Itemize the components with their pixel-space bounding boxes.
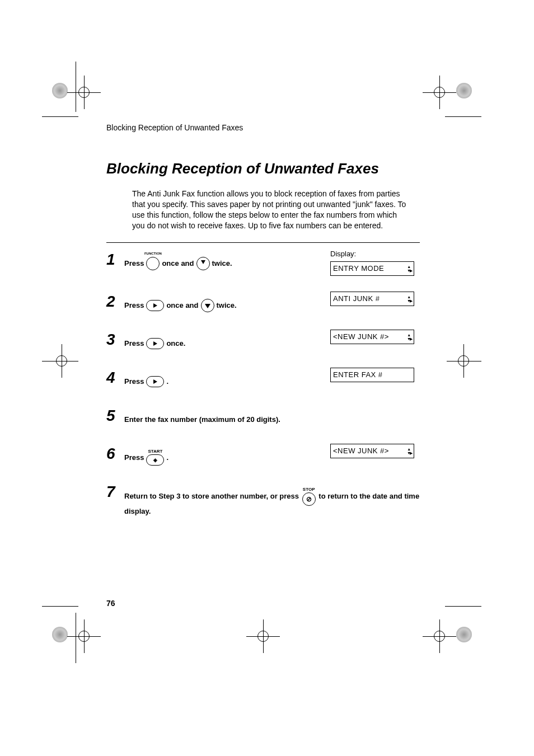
display-column: <NEW JUNK #>: [330, 444, 420, 458]
stop-glyph-icon: ⊘: [306, 496, 312, 503]
page-number: 76: [106, 599, 115, 608]
stop-circle-icon: ⊘: [302, 492, 316, 506]
crop-line-h-ml: [42, 361, 76, 361]
step-text: Enter the fax number (maximum of 20 digi…: [124, 415, 280, 424]
press-label: Press: [124, 259, 144, 267]
page-title: Blocking Reception of Unwanted Faxes: [106, 160, 420, 177]
lcd-text: ENTRY MODE: [333, 264, 384, 273]
press-label: Press: [124, 339, 144, 348]
crop-line-h-br: [445, 606, 481, 607]
reg-mark-bl: [67, 619, 101, 653]
diamond-icon: ◈: [153, 457, 157, 463]
text-twice: twice.: [212, 259, 232, 267]
lcd-arrows-icon: [407, 295, 411, 303]
down-arrow-button-icon: [196, 257, 210, 270]
step-number: 6: [106, 446, 124, 462]
display-label: Display:: [330, 250, 420, 258]
stop-label: STOP: [303, 487, 315, 492]
triangle-right-icon: [153, 303, 157, 308]
down-arrow-button-icon: [201, 299, 214, 312]
function-label: FUNCTION: [144, 252, 162, 255]
lcd-display: <NEW JUNK #>: [330, 330, 414, 344]
start-label: START: [148, 449, 162, 454]
lcd-arrows-icon: [407, 333, 411, 341]
display-column: ANTI JUNK #: [330, 292, 420, 306]
step-7: 7 Return to Step 3 to store another numb…: [106, 482, 420, 518]
crop-line-h-tr: [445, 116, 481, 117]
step-body: Press once and twice.: [124, 292, 330, 314]
intro-paragraph: The Anti Junk Fax function allows you to…: [132, 189, 406, 231]
lcd-display: ENTER FAX #: [330, 368, 414, 382]
crop-line-h-mr: [448, 361, 481, 361]
step-5: 5 Enter the fax number (maximum of 20 di…: [106, 406, 420, 428]
step-body: Return to Step 3 to store another number…: [124, 482, 420, 518]
crop-line-v-bl: [76, 613, 76, 663]
press-label: Press: [124, 377, 144, 386]
press-label: Press: [124, 301, 144, 309]
lcd-display: ANTI JUNK #: [330, 292, 414, 306]
right-arrow-button-icon: [146, 376, 164, 387]
triangle-right-icon: [153, 341, 157, 346]
steps-list: 1 Press FUNCTION once and twice. Display…: [106, 242, 420, 518]
reg-dot-tl: [52, 83, 68, 98]
step-4: 4 Press . ENTER FAX #: [106, 368, 420, 390]
step-body: Press START ◈ .: [124, 444, 330, 466]
step-body: Press once.: [124, 330, 330, 352]
step-number: 7: [106, 484, 124, 500]
step-number: 3: [106, 332, 124, 348]
lcd-display: ENTRY MODE: [330, 261, 414, 276]
step-body: Press FUNCTION once and twice.: [124, 250, 330, 272]
lcd-text: <NEW JUNK #>: [333, 447, 389, 455]
function-button-icon: FUNCTION: [146, 257, 160, 270]
start-button-icon: START ◈: [146, 449, 164, 466]
right-arrow-button-icon: [146, 338, 164, 349]
reg-mark-tl: [67, 76, 101, 109]
text-once-and: once and: [166, 301, 198, 309]
lcd-text: ENTER FAX #: [333, 370, 383, 379]
crop-line-h-tl: [42, 116, 78, 117]
triangle-down-icon: [205, 304, 210, 308]
reg-mark-tr: [423, 76, 456, 109]
step-6: 6 Press START ◈ . <NEW JUNK #>: [106, 444, 420, 466]
running-head: Blocking Reception of Unwanted Faxes: [106, 123, 420, 132]
crop-line-h-bl: [42, 606, 78, 607]
lcd-arrows-icon: [407, 265, 411, 273]
triangle-right-icon: [153, 379, 157, 384]
reg-dot-tr: [456, 83, 472, 98]
step-number: 5: [106, 408, 124, 424]
step-body: Enter the fax number (maximum of 20 digi…: [124, 406, 420, 428]
reg-mark-br: [423, 619, 456, 653]
step-2: 2 Press once and twice. ANTI JUNK #: [106, 292, 420, 314]
text-dot: .: [166, 453, 168, 462]
reg-mark-bm: [246, 619, 280, 653]
step-3: 3 Press once. <NEW JUNK #>: [106, 330, 420, 352]
text-once-and: once and: [162, 259, 194, 267]
lcd-display: <NEW JUNK #>: [330, 444, 414, 458]
step-1: 1 Press FUNCTION once and twice. Display…: [106, 250, 420, 276]
display-column: ENTER FAX #: [330, 368, 420, 382]
reg-dot-br: [456, 627, 472, 642]
step-body: Press .: [124, 368, 330, 390]
stop-button-icon: STOP ⊘: [302, 487, 316, 506]
step-number: 4: [106, 370, 124, 386]
display-column: <NEW JUNK #>: [330, 330, 420, 344]
step-number: 1: [106, 252, 124, 267]
lcd-arrows-icon: [407, 447, 411, 455]
display-column: Display: ENTRY MODE: [330, 250, 420, 276]
reg-dot-bl: [52, 627, 68, 642]
text-once: once.: [166, 339, 185, 348]
text-twice: twice.: [217, 301, 237, 309]
lcd-text: <NEW JUNK #>: [333, 332, 389, 341]
step-number: 2: [106, 294, 124, 309]
page-content: Blocking Reception of Unwanted Faxes Blo…: [106, 123, 420, 517]
press-label: Press: [124, 453, 144, 462]
right-arrow-button-icon: [146, 300, 164, 311]
start-oval-icon: ◈: [146, 454, 164, 466]
text-dot: .: [166, 377, 168, 386]
lcd-text: ANTI JUNK #: [333, 294, 380, 303]
step7-text-a: Return to Step 3 to store another number…: [124, 492, 299, 500]
crop-line-v-tl: [76, 62, 76, 112]
